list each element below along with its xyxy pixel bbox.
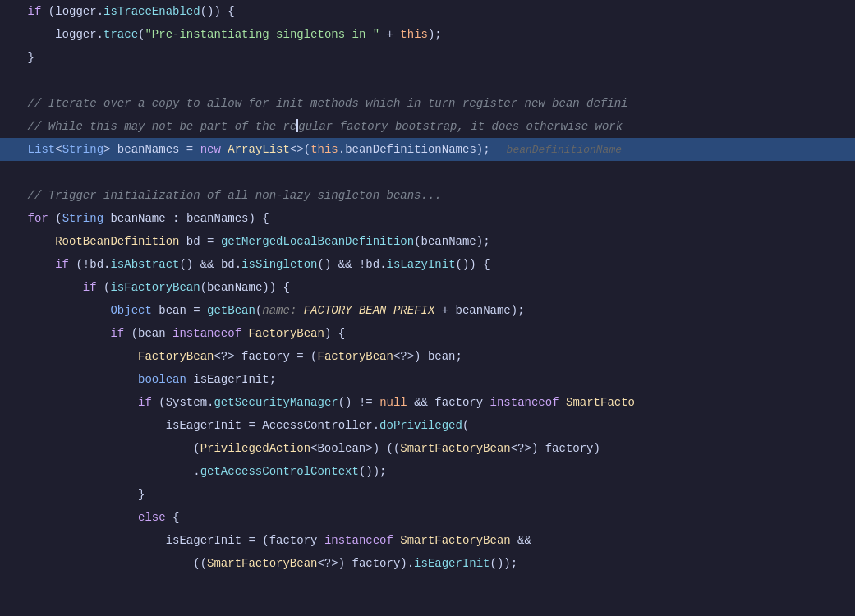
code-line: // Trigger initialization of all non-laz… [0,184,855,207]
code-content: if (logger.isTraceEnabled()) { logger.tr… [0,0,855,575]
code-line: .getAccessControlContext()); [0,460,855,483]
code-line: } [0,46,855,69]
code-line: if (System.getSecurityManager() != null … [0,391,855,414]
code-line: if (logger.isTraceEnabled()) { [0,0,855,23]
code-line [0,161,855,184]
code-editor: if (logger.isTraceEnabled()) { logger.tr… [0,0,855,616]
code-line: FactoryBean<?> factory = (FactoryBean<?>… [0,345,855,368]
code-line: if (isFactoryBean(beanName)) { [0,276,855,299]
code-line: ((SmartFactoryBean<?>) factory).isEagerI… [0,552,855,575]
code-line: (PrivilegedAction<Boolean>) ((SmartFacto… [0,437,855,460]
code-line: if (bean instanceof FactoryBean) { [0,322,855,345]
code-line: // While this may not be part of the reg… [0,115,855,138]
code-line: // Iterate over a copy to allow for init… [0,92,855,115]
code-line: isEagerInit = AccessController.doPrivile… [0,414,855,437]
code-line: for (String beanName : beanNames) { [0,207,855,230]
code-line: Object bean = getBean(name: FACTORY_BEAN… [0,299,855,322]
code-line: RootBeanDefinition bd = getMergedLocalBe… [0,230,855,253]
code-line: else { [0,506,855,529]
code-line [0,69,855,92]
code-line-highlighted: List<String> beanNames = new ArrayList<>… [0,138,855,161]
code-line: if (!bd.isAbstract() && bd.isSingleton()… [0,253,855,276]
code-line: } [0,483,855,506]
code-line: logger.trace("Pre-instantiating singleto… [0,23,855,46]
code-line: boolean isEagerInit; [0,368,855,391]
code-line: isEagerInit = (factory instanceof SmartF… [0,529,855,552]
